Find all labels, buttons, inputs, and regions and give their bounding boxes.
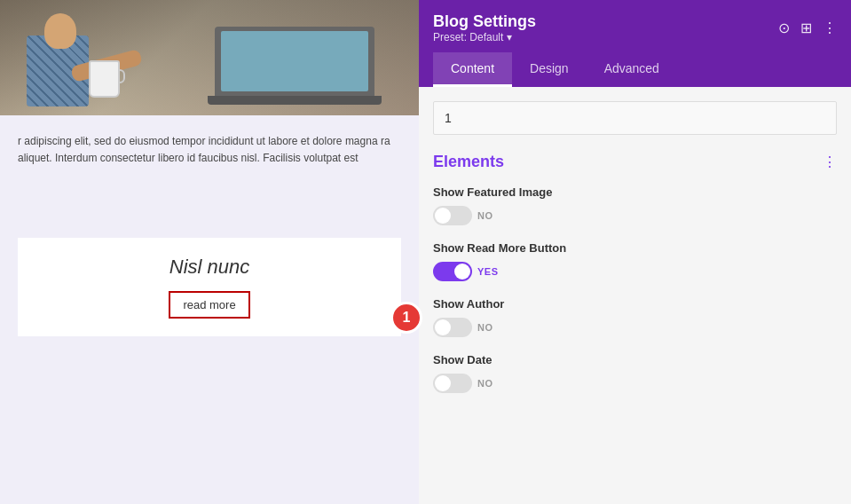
author-toggle[interactable] [433,318,472,337]
toggle-row-featured-image: Show Featured Image NO [433,185,837,225]
header-top: Blog Settings Preset: Default ▾ ⊙ ⊞ ⋮ [433,12,837,43]
header-left: Blog Settings Preset: Default ▾ [433,12,536,43]
author-state: NO [477,322,493,333]
date-label: Show Date [433,353,837,366]
toggle-row-author: Show Author NO [433,297,837,337]
step-number: 1 [403,310,411,326]
elements-section-header: Elements ⋮ [433,153,837,171]
columns-icon[interactable]: ⊞ [800,20,812,36]
step-bubble: 1 [390,302,422,334]
read-more-state: YES [477,266,499,277]
date-control: NO [433,374,837,393]
author-control: NO [433,318,837,337]
more-vert-icon[interactable]: ⋮ [823,20,837,36]
read-more-knob [454,264,470,280]
preview-card-title: Nisl nunc [35,256,383,279]
author-knob [435,319,451,335]
read-more-control: YES [433,262,837,281]
featured-image-label: Show Featured Image [433,185,837,199]
featured-image-toggle[interactable] [433,206,472,225]
featured-image-control: NO [433,206,837,225]
preview-card: Nisl nunc read more [18,238,401,336]
date-state: NO [477,378,493,389]
header-icons: ⊙ ⊞ ⋮ [778,20,837,36]
settings-preset[interactable]: Preset: Default ▾ [433,31,536,43]
settings-title: Blog Settings [433,12,536,31]
number-input[interactable] [433,101,837,135]
settings-panel: Blog Settings Preset: Default ▾ ⊙ ⊞ ⋮ Co… [419,0,851,504]
toggle-row-date: Show Date NO [433,353,837,393]
tab-advanced[interactable]: Advanced [587,52,677,87]
image-inner [0,0,419,115]
date-toggle[interactable] [433,374,472,393]
tab-content[interactable]: Content [433,52,512,87]
number-input-row [433,101,837,135]
featured-image-state: NO [477,210,493,221]
settings-tabs: Content Design Advanced [433,52,837,87]
elements-more-icon[interactable]: ⋮ [823,154,837,170]
preview-panel: r adipiscing elit, sed do eiusmod tempor… [0,0,419,504]
elements-title: Elements [433,153,504,171]
preview-text-area: r adipiscing elit, sed do eiusmod tempor… [0,115,419,238]
read-more-toggle[interactable] [433,262,472,281]
read-more-label: Show Read More Button [433,241,837,255]
read-more-button[interactable]: read more [169,291,249,319]
preview-body-text: r adipiscing elit, sed do eiusmod tempor… [18,133,401,167]
toggle-row-read-more: Show Read More Button YES [433,241,837,281]
tab-design[interactable]: Design [512,52,587,87]
settings-body[interactable]: Elements ⋮ Show Featured Image NO Show R… [419,87,851,504]
author-label: Show Author [433,297,837,311]
date-knob [435,375,451,391]
featured-image-knob [435,208,451,224]
target-icon[interactable]: ⊙ [778,20,790,36]
settings-header: Blog Settings Preset: Default ▾ ⊙ ⊞ ⋮ Co… [419,0,851,87]
preview-image [0,0,419,115]
